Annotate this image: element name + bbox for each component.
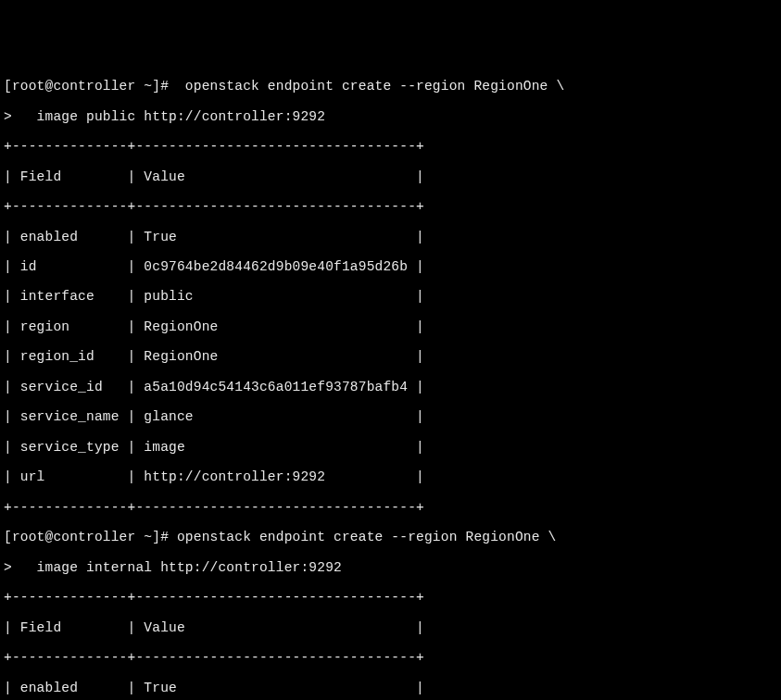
table-row: | id | 0c9764be2d84462d9b09e40f1a95d26b … xyxy=(4,259,777,274)
command-continuation: > image internal http://controller:9292 xyxy=(4,560,777,575)
table-row: | region_id | RegionOne | xyxy=(4,349,777,364)
table-border: +--------------+------------------------… xyxy=(4,139,777,154)
table-header: | Field | Value | xyxy=(4,620,777,635)
command-line: [root@controller ~]# openstack endpoint … xyxy=(4,79,777,94)
table-row: | enabled | True | xyxy=(4,230,777,244)
table-row: | service_name | glance | xyxy=(4,409,777,424)
table-row: | region | RegionOne | xyxy=(4,319,777,334)
table-border: +--------------+------------------------… xyxy=(4,500,777,515)
table-row: | enabled | True | xyxy=(4,681,777,695)
table-border: +--------------+------------------------… xyxy=(4,199,777,214)
table-row: | interface | public | xyxy=(4,289,777,304)
command-line: [root@controller ~]# openstack endpoint … xyxy=(4,530,777,544)
command-continuation: > image public http://controller:9292 xyxy=(4,109,777,124)
terminal-output: [root@controller ~]# openstack endpoint … xyxy=(4,64,777,700)
table-row: | service_type | image | xyxy=(4,440,777,455)
table-border: +--------------+------------------------… xyxy=(4,590,777,605)
table-row: | service_id | a5a10d94c54143c6a011ef937… xyxy=(4,380,777,394)
table-header: | Field | Value | xyxy=(4,169,777,184)
table-border: +--------------+------------------------… xyxy=(4,650,777,665)
table-row: | url | http://controller:9292 | xyxy=(4,469,777,484)
